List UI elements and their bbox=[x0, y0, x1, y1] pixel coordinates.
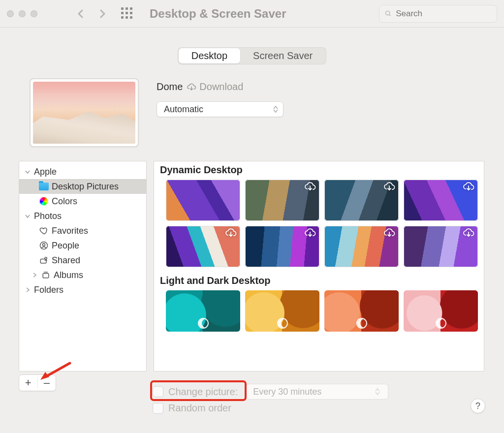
chevron-right-icon bbox=[31, 273, 38, 278]
minimize-dot[interactable] bbox=[19, 10, 26, 17]
chevron-down-icon bbox=[24, 214, 31, 218]
sidebar-item-label: Colors bbox=[52, 196, 77, 207]
cloud-download-icon bbox=[462, 228, 475, 238]
add-folder-button[interactable]: + bbox=[19, 376, 37, 389]
sidebar-group-folders[interactable]: Folders bbox=[19, 282, 146, 297]
svg-rect-6 bbox=[43, 274, 49, 278]
cloud-download-icon bbox=[187, 82, 196, 92]
wallpaper-thumb[interactable] bbox=[324, 180, 399, 221]
stepper-icon bbox=[375, 388, 384, 395]
interval-select: Every 30 minutes bbox=[246, 384, 388, 400]
sidebar-item-colors[interactable]: Colors bbox=[19, 194, 146, 209]
sidebar-item-label: People bbox=[52, 241, 79, 251]
wallpaper-thumb[interactable] bbox=[324, 226, 399, 267]
wallpaper-thumb[interactable] bbox=[245, 226, 319, 267]
cloud-download-icon bbox=[224, 228, 237, 238]
wallpaper-gallery: Dynamic Desktop Light and Dark Desktop bbox=[154, 161, 484, 371]
sidebar-item-people[interactable]: People bbox=[19, 238, 146, 253]
appearance-mode-select[interactable]: Automatic bbox=[157, 101, 284, 117]
download-link[interactable]: Download bbox=[187, 81, 243, 93]
svg-point-5 bbox=[45, 257, 47, 259]
sidebar-group-label: Apple bbox=[34, 167, 57, 177]
svg-point-0 bbox=[386, 11, 390, 15]
search-field[interactable] bbox=[379, 5, 497, 23]
remove-folder-button: – bbox=[38, 376, 56, 389]
cloud-download-icon bbox=[383, 182, 396, 191]
wallpaper-thumb[interactable] bbox=[166, 290, 240, 332]
window-title: Desktop & Screen Saver bbox=[150, 7, 286, 21]
cloud-download-icon bbox=[383, 228, 396, 238]
sidebar-item-shared[interactable]: Shared bbox=[19, 253, 146, 268]
forward-button[interactable] bbox=[94, 4, 110, 24]
interval-value: Every 30 minutes bbox=[253, 387, 321, 397]
wallpaper-thumb[interactable] bbox=[404, 180, 478, 221]
cloud-download-icon bbox=[304, 228, 316, 238]
sidebar-group-label: Folders bbox=[34, 285, 63, 295]
tab-desktop[interactable]: Desktop bbox=[179, 48, 240, 63]
wallpaper-thumb[interactable] bbox=[324, 290, 399, 332]
sidebar-item-label: Albums bbox=[54, 270, 83, 280]
wallpaper-thumb[interactable] bbox=[245, 290, 319, 332]
sidebar-group-label: Photos bbox=[34, 211, 62, 221]
sidebar-item-label: Favorites bbox=[52, 226, 88, 236]
search-input[interactable] bbox=[396, 9, 492, 19]
svg-line-1 bbox=[389, 15, 391, 16]
window-controls bbox=[7, 10, 37, 17]
sidebar-item-label: Shared bbox=[52, 255, 80, 266]
svg-point-3 bbox=[43, 244, 45, 246]
stepper-icon bbox=[271, 104, 280, 115]
wallpaper-name: Dome bbox=[157, 81, 183, 93]
wallpaper-thumb-icon bbox=[33, 82, 135, 144]
show-all-icon[interactable] bbox=[121, 7, 134, 20]
sidebar-group-photos[interactable]: Photos bbox=[19, 209, 146, 223]
wallpaper-thumb[interactable] bbox=[404, 290, 478, 332]
tabs: Desktop Screen Saver bbox=[0, 47, 504, 64]
add-remove-folder: + – bbox=[19, 374, 56, 391]
sidebar-item-favorites[interactable]: Favorites bbox=[19, 223, 146, 238]
cloud-download-icon bbox=[304, 182, 316, 191]
source-sidebar: Apple Desktop Pictures Colors Photos bbox=[19, 161, 147, 371]
color-wheel-icon bbox=[39, 196, 49, 206]
svg-rect-4 bbox=[40, 259, 46, 263]
chevron-right-icon bbox=[24, 287, 31, 292]
titlebar: Desktop & Screen Saver bbox=[0, 0, 504, 28]
wallpaper-thumb[interactable] bbox=[404, 226, 478, 267]
section-title: Dynamic Desktop bbox=[154, 161, 484, 178]
sidebar-item-albums[interactable]: Albums bbox=[19, 268, 146, 282]
random-order-checkbox bbox=[153, 403, 163, 414]
tab-screensaver[interactable]: Screen Saver bbox=[240, 48, 325, 63]
folder-icon bbox=[39, 182, 49, 191]
random-order-label: Random order bbox=[168, 402, 231, 414]
shared-icon bbox=[39, 255, 49, 265]
rectangle-stack-icon bbox=[41, 270, 51, 280]
sidebar-item-label: Desktop Pictures bbox=[52, 182, 119, 192]
current-wallpaper-preview bbox=[30, 78, 139, 147]
sidebar-group-apple[interactable]: Apple bbox=[19, 164, 146, 179]
wallpaper-thumb[interactable] bbox=[166, 180, 240, 221]
wallpaper-thumb[interactable] bbox=[245, 180, 319, 221]
back-button[interactable] bbox=[73, 4, 89, 24]
help-button[interactable]: ? bbox=[471, 399, 485, 413]
search-icon bbox=[384, 9, 392, 18]
appearance-mode-value: Automatic bbox=[164, 104, 203, 115]
chevron-down-icon bbox=[24, 169, 31, 174]
section-title: Light and Dark Desktop bbox=[154, 272, 484, 288]
zoom-dot[interactable] bbox=[31, 10, 37, 17]
sidebar-item-desktop-pictures[interactable]: Desktop Pictures bbox=[19, 179, 146, 194]
close-dot[interactable] bbox=[7, 10, 14, 17]
heart-icon bbox=[39, 226, 49, 236]
download-label: Download bbox=[199, 81, 243, 93]
person-circle-icon bbox=[39, 241, 49, 250]
wallpaper-thumb[interactable] bbox=[166, 226, 240, 267]
cloud-download-icon bbox=[462, 182, 475, 191]
annotation-highlight-box bbox=[150, 380, 247, 401]
